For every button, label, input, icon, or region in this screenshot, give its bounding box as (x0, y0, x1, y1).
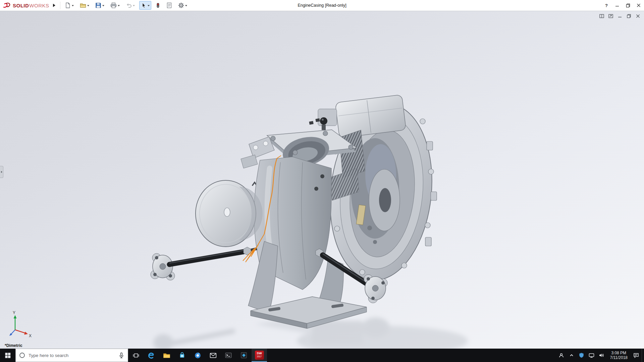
save-button[interactable] (94, 1, 106, 10)
split-pane-button[interactable] (598, 13, 605, 19)
maximize-button[interactable] (623, 0, 633, 11)
store-bag-icon (179, 352, 185, 359)
start-button[interactable] (0, 349, 15, 362)
clock-date: 7/11/2018 (610, 355, 628, 360)
options-gear-icon (178, 2, 184, 8)
folder-icon (163, 352, 170, 359)
dev-app-button[interactable] (236, 349, 252, 362)
system-tray: 3:08 PM 7/11/2018 (557, 349, 644, 362)
show-desktop-button[interactable] (642, 349, 644, 362)
brand-works: WORKS (29, 3, 49, 8)
full-screen-button[interactable] (607, 13, 614, 19)
mail-envelope-icon (210, 353, 217, 358)
save-icon (95, 2, 101, 8)
options-button[interactable] (176, 1, 189, 10)
rebuild-icon (156, 2, 160, 8)
solidworks-app-label: SW (257, 352, 262, 355)
mail-button[interactable] (205, 349, 221, 362)
shield-icon (579, 353, 584, 358)
taskbar-search[interactable] (15, 349, 128, 362)
new-document-icon (65, 2, 71, 8)
taskbar: SW 2017 (0, 349, 644, 362)
edge-icon (148, 352, 155, 359)
crank-disc (196, 180, 263, 247)
file-explorer-button[interactable] (159, 349, 174, 362)
document-window-controls (598, 13, 641, 19)
task-view-icon (133, 353, 139, 358)
select-button[interactable] (139, 1, 151, 10)
left-handle-rod (151, 247, 257, 280)
quick-access-toolbar (63, 1, 189, 10)
clock-time: 3:08 PM (610, 351, 628, 355)
restore-icon (626, 3, 630, 8)
solidworks-app-year: 2017 (257, 355, 262, 358)
doc-minimize-icon (618, 14, 622, 18)
action-center-button[interactable] (632, 349, 640, 362)
volume-icon (599, 353, 604, 358)
task-view-button[interactable] (128, 349, 144, 362)
print-button[interactable] (109, 1, 121, 10)
minimize-icon (615, 3, 619, 7)
file-properties-icon (166, 2, 172, 8)
network-icon (589, 353, 594, 358)
chevron-up-icon (569, 353, 574, 358)
windows-logo-icon (5, 353, 11, 358)
solidworks-app-icon: SW 2017 (255, 351, 264, 360)
titlebar: SOLIDWORKS (0, 0, 644, 11)
select-cursor-icon (141, 2, 147, 8)
ds-logo-icon (3, 2, 11, 8)
taskbar-clock[interactable]: 3:08 PM 7/11/2018 (607, 351, 631, 360)
triad-y-label: Y (13, 310, 15, 315)
terminal-button[interactable] (221, 349, 236, 362)
doc-restore-icon (627, 14, 631, 18)
rebuild-button[interactable] (154, 1, 162, 10)
dev-app-icon (240, 352, 247, 359)
brand-solid: SOLID (13, 3, 29, 8)
engine-model: Y X (0, 11, 644, 349)
undo-icon (126, 2, 132, 8)
microphone-icon[interactable] (118, 352, 124, 359)
toolbar-separator (60, 2, 60, 9)
action-center-icon (633, 353, 639, 358)
graphics-area[interactable]: Y X *Dimetric (0, 11, 644, 349)
people-button[interactable] (557, 349, 566, 362)
split-pane-icon (599, 13, 604, 19)
window-controls: ? (601, 0, 644, 11)
browser-button[interactable] (190, 349, 205, 362)
browser-circle-icon (194, 352, 201, 359)
solidworks-logo: SOLIDWORKS (0, 2, 51, 8)
document-title: EngineCasing [Read-only] (298, 0, 346, 11)
open-button[interactable] (78, 1, 91, 10)
solidworks-taskbar-button[interactable]: SW 2017 (252, 349, 267, 362)
triad-x-label: X (29, 334, 32, 338)
doc-close-icon (636, 14, 640, 18)
store-button[interactable] (174, 349, 190, 362)
tray-expand-button[interactable] (567, 349, 576, 362)
doc-close-button[interactable] (635, 13, 641, 19)
close-icon (637, 3, 641, 7)
menu-flyout-arrow[interactable] (51, 1, 57, 10)
new-document-button[interactable] (63, 1, 75, 10)
help-button[interactable]: ? (601, 0, 612, 11)
minimize-button[interactable] (612, 0, 623, 11)
doc-restore-button[interactable] (626, 13, 632, 19)
cortana-icon (19, 352, 25, 358)
orientation-triad: Y X (9, 310, 32, 338)
edge-button[interactable] (144, 349, 159, 362)
close-button[interactable] (633, 0, 644, 11)
people-icon (558, 353, 564, 358)
volume-button[interactable] (597, 349, 606, 362)
search-input[interactable] (28, 353, 116, 358)
print-icon (110, 2, 117, 8)
doc-minimize-button[interactable] (616, 13, 623, 19)
open-folder-icon (80, 2, 86, 8)
undo-button[interactable] (124, 1, 137, 10)
defender-button[interactable] (577, 349, 586, 362)
network-button[interactable] (587, 349, 596, 362)
terminal-icon (225, 352, 232, 358)
file-properties-button[interactable] (165, 1, 174, 10)
view-orientation-label: *Dimetric (5, 343, 22, 348)
full-screen-icon (608, 13, 613, 19)
